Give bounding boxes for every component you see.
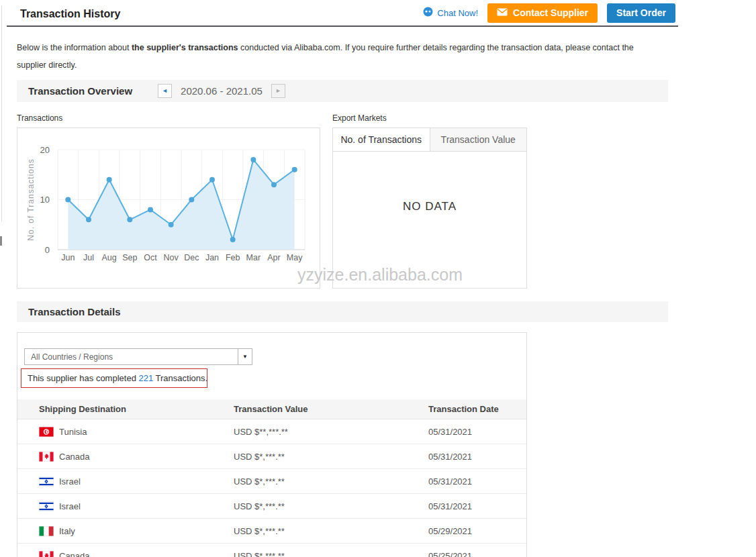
svg-text:20: 20 [40, 145, 50, 155]
country-flag-icon [39, 452, 54, 462]
contact-supplier-button[interactable]: Contact Supplier [487, 3, 598, 23]
intro-bold-text: the supplier's transactions [132, 43, 238, 52]
svg-text:Nov: Nov [164, 253, 179, 262]
country-flag-icon [39, 476, 54, 487]
transactions-count: 221 [138, 373, 153, 383]
svg-text:10: 10 [40, 195, 50, 205]
country-name: Canada [59, 452, 90, 462]
page-title: Transaction History [20, 8, 120, 20]
country-filter-dropdown[interactable]: All Countries / Regions ▼ [24, 348, 252, 365]
left-edge-divider [1, 5, 2, 221]
col-transaction-value: Transaction Value [234, 404, 428, 414]
next-period-button[interactable]: ► [271, 84, 285, 98]
transactions-chart-label: Transactions [17, 113, 62, 123]
tab-transaction-value[interactable]: Transaction Value [430, 128, 527, 151]
country-flag-icon [39, 551, 54, 557]
export-markets-panel: No. of Transactions Transaction Value NO… [332, 128, 527, 289]
transactions-chart-panel: 01020JunJulAugSepOctNovDecJanFebMarAprMa… [17, 128, 320, 289]
country-flag-icon [39, 526, 54, 536]
country-filter-value: All Countries / Regions [25, 349, 238, 364]
svg-text:Mar: Mar [246, 253, 261, 262]
left-edge-scroll-mark [0, 236, 2, 246]
transactions-line-chart: 01020JunJulAugSepOctNovDecJanFebMarAprMa… [17, 128, 320, 288]
table-header-row: Shipping Destination Transaction Value T… [17, 399, 526, 419]
transaction-details-title: Transaction Details [28, 306, 121, 317]
tx-date: 05/29/2021 [428, 526, 526, 536]
tx-date: 05/31/2021 [428, 501, 526, 511]
svg-text:0: 0 [45, 245, 50, 255]
table-row: Israel USD $*,***.** 05/31/2021 [17, 469, 526, 494]
intro-paragraph: Below is the information about the suppl… [17, 39, 648, 74]
tx-value: USD $*,***.** [234, 526, 428, 536]
page-header: Transaction History Chat Now! Contact Su… [7, 0, 678, 27]
tx-date: 05/31/2021 [428, 476, 526, 487]
svg-text:Feb: Feb [226, 253, 240, 262]
tx-value: USD $*,***.** [234, 551, 428, 557]
svg-text:Jun: Jun [61, 253, 75, 262]
table-row: Tunisia USD $**,***.** 05/31/2021 [17, 419, 526, 444]
contact-supplier-label: Contact Supplier [513, 7, 588, 18]
export-markets-label: Export Markets [332, 113, 387, 123]
chat-icon [423, 7, 433, 19]
table-row: Italy USD $*,***.** 05/29/2021 [17, 519, 526, 544]
transaction-overview-title: Transaction Overview [28, 85, 132, 97]
envelope-icon [497, 7, 508, 18]
country-name: Canada [59, 551, 90, 557]
table-row: Israel USD $*,***.** 05/31/2021 [17, 494, 526, 519]
country-name: Italy [59, 526, 75, 536]
svg-text:May: May [287, 253, 303, 262]
country-name: Israel [59, 501, 81, 511]
transaction-details-bar: Transaction Details [17, 301, 668, 322]
chat-now-link[interactable]: Chat Now! [423, 7, 478, 19]
tab-no-of-transactions[interactable]: No. of Transactions [333, 128, 430, 151]
tx-value: USD $**,***.** [234, 427, 428, 437]
tx-date: 05/31/2021 [428, 452, 526, 462]
svg-text:Apr: Apr [267, 253, 280, 262]
table-body: Tunisia USD $**,***.** 05/31/2021 Canada… [17, 419, 526, 557]
start-order-button[interactable]: Start Order [607, 3, 675, 23]
svg-text:Dec: Dec [184, 253, 199, 262]
chat-now-label: Chat Now! [437, 8, 478, 18]
start-order-label: Start Order [616, 7, 666, 18]
col-transaction-date: Transaction Date [428, 404, 526, 414]
svg-text:Aug: Aug [102, 253, 117, 262]
transactions-summary-box: This supplier has completed 221 Transact… [21, 368, 207, 388]
prev-period-button[interactable]: ◄ [158, 84, 172, 98]
tx-date: 05/31/2021 [428, 427, 526, 437]
no-data-message: NO DATA [333, 200, 526, 213]
svg-text:No. of Transactions: No. of Transactions [26, 158, 36, 240]
chevron-down-icon: ▼ [242, 354, 248, 360]
svg-text:Jan: Jan [205, 253, 219, 262]
svg-text:Jul: Jul [83, 253, 94, 262]
country-flag-icon [39, 501, 54, 511]
country-name: Israel [59, 476, 81, 487]
transactions-table: Shipping Destination Transaction Value T… [17, 399, 526, 557]
transaction-details-panel: All Countries / Regions ▼ This supplier … [17, 332, 527, 557]
tx-value: USD $*,***.** [234, 476, 428, 487]
header-actions: Chat Now! Contact Supplier Start Order [423, 3, 675, 23]
country-flag-icon [39, 427, 54, 437]
table-row: Canada USD $*,***.** 05/31/2021 [17, 444, 526, 469]
svg-text:Sep: Sep [122, 253, 137, 262]
svg-text:Oct: Oct [144, 253, 157, 262]
tx-date: 05/25/2021 [428, 551, 526, 557]
transaction-overview-bar: Transaction Overview ◄ 2020.06 - 2021.05… [17, 80, 668, 102]
col-shipping-destination: Shipping Destination [17, 404, 234, 414]
country-name: Tunisia [59, 427, 87, 437]
table-row: Canada USD $*,***.** 05/25/2021 [17, 544, 526, 557]
export-markets-tabs: No. of Transactions Transaction Value [333, 128, 526, 152]
tx-value: USD $*,***.** [234, 501, 428, 511]
date-range-navigator: ◄ 2020.06 - 2021.05 ► [158, 84, 285, 98]
date-range-label: 2020.06 - 2021.05 [181, 85, 263, 97]
tx-value: USD $*,***.** [234, 452, 428, 462]
dropdown-arrow-button[interactable]: ▼ [238, 349, 252, 364]
